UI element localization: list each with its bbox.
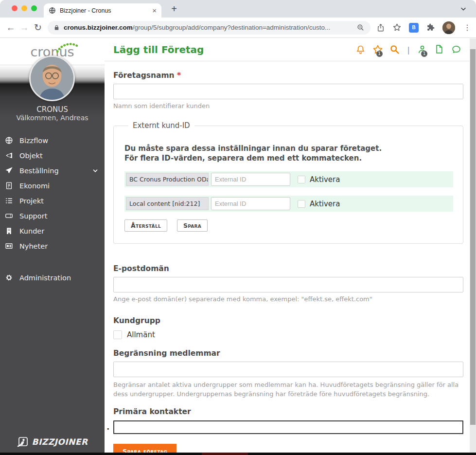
external-id-note-line1: Du måste spara dessa inställningar innan… (124, 144, 453, 153)
window-controls (12, 5, 37, 11)
member-limit-input[interactable] (113, 362, 463, 377)
save-button[interactable]: Spara (177, 219, 208, 232)
favorites-star-icon[interactable]: 1 (372, 44, 383, 55)
forward-button[interactable]: → (18, 22, 31, 33)
browser-toolbar: ← → ↻ cronus.bizzjoiner.com/group/5/subg… (0, 18, 476, 38)
sidebar-item-label: Beställning (19, 167, 59, 175)
lock-icon (53, 24, 60, 31)
building-icon (5, 227, 13, 235)
required-asterisk: * (177, 71, 181, 80)
email-domain-help: Ange e-post domän(er) separerade med kom… (113, 295, 463, 303)
sidebar-welcome-text: Välkommen, Andreas (0, 114, 105, 122)
tab-close-icon[interactable]: × (152, 6, 157, 15)
bizzjoiner-icon (17, 436, 29, 448)
sidebar-item-support[interactable]: Support (0, 208, 105, 223)
menu-kebab-icon[interactable]: ⋮ (463, 23, 471, 32)
tab-favicon-globe-icon (49, 7, 56, 14)
email-domain-label: E-postdomän (113, 264, 463, 273)
extension-badge-icon[interactable]: B (409, 23, 419, 33)
minimize-window-button[interactable] (21, 5, 27, 11)
user-badge: 1 (421, 51, 427, 57)
sidebar-item-label: Administration (19, 274, 71, 282)
new-tab-button[interactable]: + (167, 2, 181, 16)
extensions-puzzle-icon[interactable] (426, 23, 435, 32)
scrollbar-track[interactable] (470, 38, 476, 453)
main-panel: Lägg till Företag 1 (105, 38, 470, 453)
newspaper-icon (5, 242, 13, 250)
scrollbar-thumb[interactable] (470, 49, 476, 425)
ticket-icon (5, 212, 13, 220)
activate-label: Aktivera (310, 175, 340, 184)
activate-label: Aktivera (310, 200, 340, 208)
company-name-label-text: Företagsnamn (113, 71, 175, 80)
zoom-window-button[interactable] (31, 5, 37, 11)
toolbar-actions: B ⋮ (376, 21, 476, 34)
close-window-button[interactable] (12, 5, 18, 11)
primary-contacts-input[interactable] (113, 420, 463, 434)
sidebar-item-bestallning[interactable]: Beställning (0, 163, 105, 178)
header-actions: 1 | 1 (355, 44, 462, 55)
browser-window: Bizzjoiner - Cronus × + ← → ↻ cronus.biz… (0, 0, 476, 455)
sidebar-item-administration[interactable]: Administration (0, 270, 105, 285)
external-id-row: Local content [nid:212] Aktivera (124, 196, 453, 212)
user-icon[interactable]: 1 (417, 44, 428, 55)
external-id-source: Local content [nid:212] (126, 197, 209, 210)
profile-avatar[interactable] (442, 21, 455, 34)
sidebar-item-bizzflow[interactable]: Bizzflow (0, 133, 105, 148)
primary-contacts-label: Primära kontakter (113, 407, 463, 416)
sidebar-item-nyheter[interactable]: Nyheter (0, 238, 105, 254)
app-root: cronus CRONUS (0, 38, 476, 453)
bookmark-star-icon[interactable] (392, 23, 402, 32)
chat-bubble-icon[interactable] (451, 44, 462, 55)
activate-checkbox[interactable] (298, 200, 305, 208)
external-id-input[interactable] (211, 197, 290, 210)
allmant-checkbox[interactable] (113, 330, 122, 339)
reset-button[interactable]: Återställ (124, 219, 167, 232)
customer-group-option: Allmänt (113, 330, 463, 339)
notifications-bell-icon[interactable] (355, 44, 366, 55)
user-avatar[interactable] (29, 55, 75, 101)
zoom-out-icon[interactable] (356, 23, 365, 32)
sidebar-item-kunder[interactable]: Kunder (0, 223, 105, 238)
chevron-down-icon[interactable] (92, 167, 99, 174)
star-badge: 1 (376, 51, 383, 57)
sidebar-item-label: Nyheter (19, 242, 48, 250)
sidebar-menu: Bizzflow Objekt (0, 133, 105, 285)
bizzjoiner-footer-logo: BIZZJOINER (0, 436, 105, 448)
list-bullet: • (106, 426, 110, 432)
back-button[interactable]: ← (4, 22, 18, 33)
address-bar[interactable]: cronus.bizzjoiner.com/group/5/subgroup/a… (48, 21, 370, 35)
primary-contacts-field: • (113, 420, 463, 434)
cronus-logo-arc-icon (56, 41, 80, 54)
dock-edge-accent (202, 453, 248, 455)
header-separator: | (407, 45, 410, 55)
share-icon[interactable] (376, 23, 385, 32)
sidebar-item-projekt[interactable]: Projekt (0, 193, 105, 208)
sidebar-item-label: Kunder (19, 227, 44, 235)
globe-icon (5, 136, 13, 145)
tab-search-chevron-icon[interactable] (459, 5, 467, 13)
activate-checkbox[interactable] (298, 176, 305, 183)
sidebar-item-label: Ekonomi (19, 182, 50, 190)
member-limit-help: Begränsar antalet aktiva undergrupper so… (113, 380, 461, 399)
external-id-input[interactable] (211, 173, 290, 186)
url-path: /group/5/subgroup/add/company?destinatio… (133, 24, 330, 31)
page-header: Lägg till Företag 1 (105, 38, 470, 61)
url-text: cronus.bizzjoiner.com/group/5/subgroup/a… (64, 24, 353, 31)
sidebar-item-label: Objekt (19, 152, 43, 160)
email-domain-input[interactable] (113, 277, 463, 292)
sidebar-item-objekt[interactable]: Objekt (0, 148, 105, 163)
external-id-fieldset: Externt kund-ID Du måste spara dessa ins… (113, 121, 463, 244)
dock-edge (0, 453, 476, 455)
company-name-help: Namn som identifierar kunden (113, 102, 463, 109)
company-name-input[interactable] (113, 84, 463, 99)
search-icon[interactable] (389, 44, 400, 55)
sidebar-item-label: Support (19, 212, 47, 220)
sidebar: cronus CRONUS (0, 38, 105, 453)
sidebar-item-ekonomi[interactable]: Ekonomi (0, 178, 105, 193)
browser-tab[interactable]: Bizzjoiner - Cronus × (44, 3, 161, 18)
reload-button[interactable]: ↻ (31, 22, 45, 33)
customer-group-label: Kundgrupp (113, 316, 463, 325)
external-id-note: Du måste spara dessa inställningar innan… (124, 144, 453, 163)
document-icon[interactable] (434, 44, 445, 55)
